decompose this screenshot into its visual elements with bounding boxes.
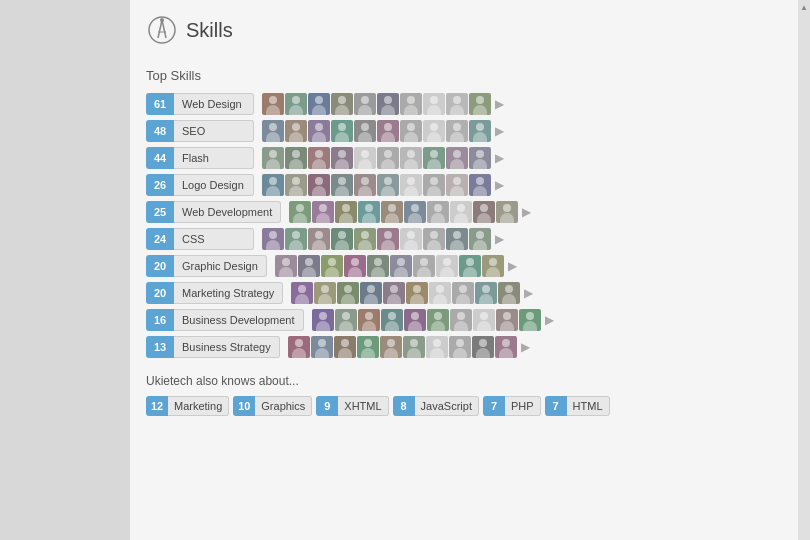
skill-avatars[interactable] xyxy=(262,120,491,142)
skill-count: 26 xyxy=(146,174,174,196)
skill-avatars[interactable] xyxy=(262,147,491,169)
skill-row: 61Web Design xyxy=(146,93,782,115)
chevron-right-icon[interactable]: ▶ xyxy=(522,205,531,219)
mini-skill-pair[interactable]: 9XHTML xyxy=(316,396,388,416)
chevron-right-icon[interactable]: ▶ xyxy=(495,124,504,138)
skill-count: 44 xyxy=(146,147,174,169)
skill-count: 61 xyxy=(146,93,174,115)
skill-avatars[interactable] xyxy=(262,174,491,196)
skill-avatars[interactable] xyxy=(291,282,520,304)
skill-row: 26Logo Design xyxy=(146,174,782,196)
mini-skill-count: 12 xyxy=(146,396,168,416)
mini-skill-pair[interactable]: 7PHP xyxy=(483,396,541,416)
mini-skill-count: 7 xyxy=(545,396,567,416)
svg-line-1 xyxy=(158,20,162,38)
skill-label[interactable]: Flash xyxy=(174,147,254,169)
skill-avatars[interactable] xyxy=(262,93,491,115)
chevron-right-icon[interactable]: ▶ xyxy=(495,232,504,246)
skill-count: 48 xyxy=(146,120,174,142)
mini-skill-label[interactable]: Marketing xyxy=(168,396,229,416)
mini-skill-label[interactable]: PHP xyxy=(505,396,541,416)
left-sidebar xyxy=(0,0,130,540)
skill-label[interactable]: Marketing Strategy xyxy=(174,282,283,304)
skill-label[interactable]: SEO xyxy=(174,120,254,142)
mini-skill-label[interactable]: HTML xyxy=(567,396,610,416)
chevron-right-icon[interactable]: ▶ xyxy=(524,286,533,300)
skill-row: 24CSS ▶ xyxy=(146,228,782,250)
skill-row: 20Marketing Strategy xyxy=(146,282,782,304)
skill-row: 16Business Development xyxy=(146,309,782,331)
skill-label[interactable]: CSS xyxy=(174,228,254,250)
chevron-right-icon[interactable]: ▶ xyxy=(521,340,530,354)
mini-skill-count: 7 xyxy=(483,396,505,416)
mini-skill-count: 10 xyxy=(233,396,255,416)
skill-row: 44Flash ▶ xyxy=(146,147,782,169)
mini-skill-pair[interactable]: 12Marketing xyxy=(146,396,229,416)
mini-skill-pair[interactable]: 8JavaScript xyxy=(393,396,479,416)
mini-skill-label[interactable]: Graphics xyxy=(255,396,312,416)
skill-avatars[interactable] xyxy=(275,255,504,277)
skill-avatars[interactable] xyxy=(312,309,541,331)
scrollbar[interactable]: ▲ xyxy=(798,0,810,540)
skills-list: 61Web Design xyxy=(146,93,782,358)
svg-point-3 xyxy=(160,18,164,22)
also-knows-skills: 12Marketing10Graphics9XHTML8JavaScript7P… xyxy=(146,396,782,416)
skill-avatars[interactable] xyxy=(289,201,518,223)
skill-row: 25Web Development xyxy=(146,201,782,223)
skill-label[interactable]: Logo Design xyxy=(174,174,254,196)
skill-label[interactable]: Graphic Design xyxy=(174,255,267,277)
skill-row: 20Graphic Design xyxy=(146,255,782,277)
skill-count: 20 xyxy=(146,282,174,304)
page-title: Skills xyxy=(186,19,233,42)
skills-icon xyxy=(146,14,178,46)
skill-count: 13 xyxy=(146,336,174,358)
main-content: Skills Top Skills 61Web Design xyxy=(130,0,798,540)
skill-label[interactable]: Web Development xyxy=(174,201,281,223)
skill-label[interactable]: Business Development xyxy=(174,309,304,331)
skill-avatars[interactable] xyxy=(288,336,517,358)
mini-skill-label[interactable]: JavaScript xyxy=(415,396,479,416)
mini-skill-pair[interactable]: 10Graphics xyxy=(233,396,312,416)
chevron-right-icon[interactable]: ▶ xyxy=(545,313,554,327)
skill-count: 20 xyxy=(146,255,174,277)
skill-count: 16 xyxy=(146,309,174,331)
skill-label[interactable]: Web Design xyxy=(174,93,254,115)
chevron-right-icon[interactable]: ▶ xyxy=(495,151,504,165)
mini-skill-count: 8 xyxy=(393,396,415,416)
mini-skill-count: 9 xyxy=(316,396,338,416)
also-knows-label: Ukietech also knows about... xyxy=(146,374,782,388)
skill-row: 13Business Strategy xyxy=(146,336,782,358)
top-skills-label: Top Skills xyxy=(146,68,782,83)
skill-row: 48SEO ▶ xyxy=(146,120,782,142)
chevron-right-icon[interactable]: ▶ xyxy=(495,178,504,192)
scroll-up-arrow[interactable]: ▲ xyxy=(799,2,809,12)
chevron-right-icon[interactable]: ▶ xyxy=(495,97,504,111)
chevron-right-icon[interactable]: ▶ xyxy=(508,259,517,273)
skill-avatars[interactable] xyxy=(262,228,491,250)
skill-label[interactable]: Business Strategy xyxy=(174,336,280,358)
skill-count: 25 xyxy=(146,201,174,223)
mini-skill-label[interactable]: XHTML xyxy=(338,396,388,416)
page-header: Skills xyxy=(146,14,782,52)
svg-line-2 xyxy=(162,20,166,38)
skill-count: 24 xyxy=(146,228,174,250)
mini-skill-pair[interactable]: 7HTML xyxy=(545,396,610,416)
